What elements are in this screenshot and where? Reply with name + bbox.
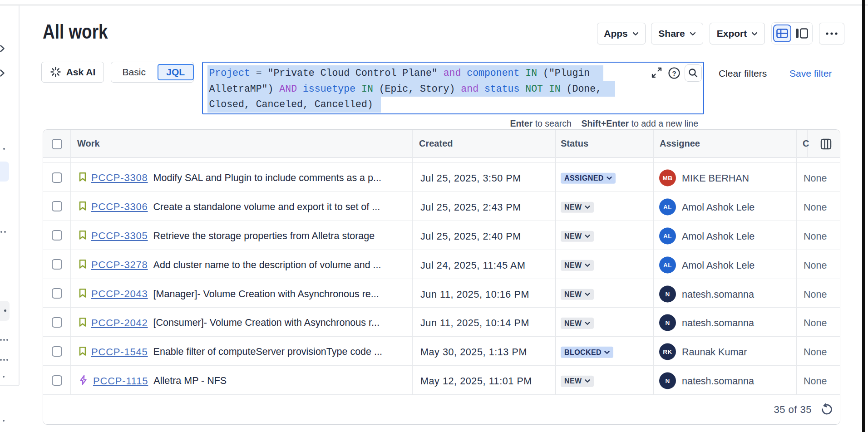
svg-text:?: ? — [672, 69, 676, 77]
